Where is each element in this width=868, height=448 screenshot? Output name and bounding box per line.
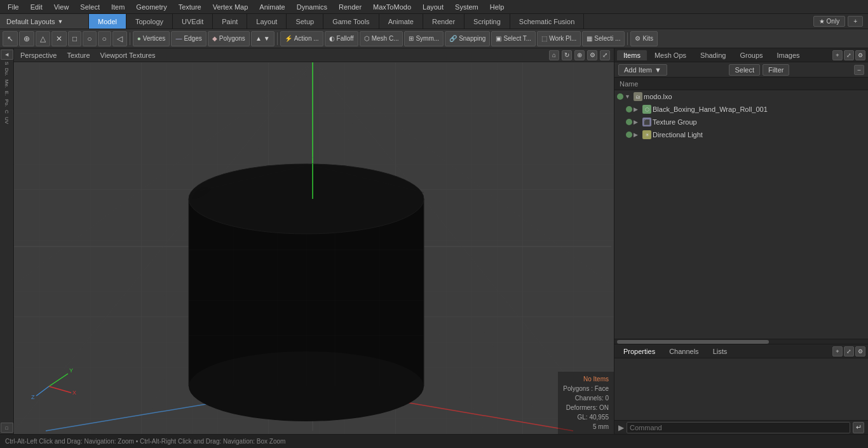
props-tab-lists[interactable]: Lists: [707, 346, 734, 356]
items-filter-button[interactable]: Filter: [763, 64, 789, 76]
expand-icon[interactable]: ▼: [625, 93, 632, 100]
command-input[interactable]: [627, 422, 850, 433]
vp-tab-viewport-textures[interactable]: Viewport Textures: [98, 50, 158, 60]
viewport-orbit-btn[interactable]: ↻: [562, 50, 572, 60]
expand-icon[interactable]: ▶: [634, 132, 641, 138]
command-go-button[interactable]: ↵: [853, 422, 864, 433]
toolbar-vertices-btn[interactable]: ● Vertices: [133, 31, 170, 46]
menu-item[interactable]: Item: [106, 2, 130, 12]
menu-edit[interactable]: Edit: [25, 2, 48, 12]
sidebar-bottom-btn[interactable]: □: [1, 423, 13, 433]
add-item-button[interactable]: Add Item ▼: [618, 64, 667, 76]
sidebar-uv-label[interactable]: UV: [4, 116, 10, 125]
menu-maxtomodo[interactable]: MaxToModo: [368, 2, 416, 12]
layout-star-btn[interactable]: ★ Only: [813, 16, 845, 27]
viewport-settings-btn[interactable]: ⚙: [587, 50, 597, 60]
expand-icon[interactable]: ▶: [634, 106, 641, 112]
props-tab-properties[interactable]: Properties: [617, 346, 661, 356]
vp-tab-perspective[interactable]: Perspective: [18, 50, 59, 60]
layout-tab-paint[interactable]: Paint: [213, 14, 247, 29]
menu-animate[interactable]: Animate: [254, 2, 290, 12]
viewport[interactable]: Perspective Texture Viewport Textures ⌂ …: [14, 48, 614, 434]
toolbar-paint-btn[interactable]: ○: [98, 31, 111, 46]
sidebar-collapse-btn[interactable]: ◀: [1, 50, 13, 60]
layout-tab-layout[interactable]: Layout: [247, 14, 287, 29]
layout-tab-scripting[interactable]: Scripting: [465, 14, 510, 29]
layout-tab-uvedit[interactable]: UVEdit: [173, 14, 213, 29]
props-add-tab-btn[interactable]: +: [832, 346, 843, 356]
menu-select[interactable]: Select: [75, 2, 105, 12]
viewport-home-btn[interactable]: ⌂: [549, 50, 559, 60]
visibility-dot[interactable]: [617, 93, 623, 100]
menu-vertexmap[interactable]: Vertex Map: [208, 2, 254, 12]
toolbar-mesh-btn[interactable]: ⬡ Mesh C...: [360, 31, 403, 46]
menu-render[interactable]: Render: [334, 2, 367, 12]
visibility-dot[interactable]: [626, 106, 632, 112]
toolbar-sphere-btn[interactable]: ○: [83, 31, 96, 46]
menu-file[interactable]: File: [3, 2, 24, 12]
toolbar-back-btn[interactable]: ◁: [112, 31, 127, 46]
panel-tab-meshops[interactable]: Mesh Ops: [648, 50, 693, 60]
list-item[interactable]: ▶ ⬛ Texture Group: [623, 116, 868, 128]
menu-dynamics[interactable]: Dynamics: [292, 2, 332, 12]
menu-view[interactable]: View: [49, 2, 74, 12]
toolbar-box-btn[interactable]: □: [68, 31, 81, 46]
sidebar-mesh-label[interactable]: Me.: [4, 78, 10, 89]
viewport-expand-btn[interactable]: ⤢: [600, 50, 610, 60]
panel-tab-items[interactable]: Items: [617, 50, 647, 60]
toolbar-polygons-btn[interactable]: ◆ Polygons: [208, 31, 250, 46]
layout-tab-animate[interactable]: Animate: [379, 14, 423, 29]
items-select-button[interactable]: Select: [729, 64, 760, 76]
menu-layout[interactable]: Layout: [417, 2, 449, 12]
layout-tab-gametools[interactable]: Game Tools: [323, 14, 379, 29]
toolbar-selectt-btn[interactable]: ▣ Select T...: [491, 31, 536, 46]
toolbar-edges-btn[interactable]: — Edges: [171, 31, 206, 46]
toolbar-mode-dropdown[interactable]: ▲ ▼: [251, 31, 275, 46]
items-scrollbar-area[interactable]: [614, 339, 868, 344]
toolbar-symm-btn[interactable]: ⊞ Symm...: [404, 31, 444, 46]
panel-tab-images[interactable]: Images: [771, 50, 806, 60]
toolbar-action-btn[interactable]: ⚡ Action ...: [280, 31, 323, 46]
sidebar-c-label[interactable]: C: [4, 109, 10, 115]
vp-tab-texture[interactable]: Texture: [64, 50, 92, 60]
items-minus-btn[interactable]: –: [854, 65, 864, 75]
toolbar-lasso-btn[interactable]: △: [36, 31, 50, 46]
items-list[interactable]: ▼ 🗂 modo.lxo ▶ ⬡ Black_Boxing_Hand_Wrap_…: [614, 90, 868, 339]
props-tab-channels[interactable]: Channels: [663, 346, 705, 356]
list-item[interactable]: ▶ ⬡ Black_Boxing_Hand_Wrap_Roll_001: [623, 103, 868, 116]
props-expand-btn[interactable]: ⤢: [844, 346, 854, 356]
toolbar-circle-btn[interactable]: ⊕: [19, 31, 34, 46]
toolbar-cross-btn[interactable]: ✕: [51, 31, 67, 46]
menu-geometry[interactable]: Geometry: [131, 2, 172, 12]
panel-add-tab-btn[interactable]: +: [832, 50, 843, 60]
panel-options-btn[interactable]: ⚙: [855, 50, 865, 60]
viewport-zoom-btn[interactable]: ⊕: [574, 50, 585, 60]
props-options-btn[interactable]: ⚙: [855, 346, 865, 356]
visibility-dot[interactable]: [626, 119, 632, 125]
command-arrow[interactable]: ▶: [618, 423, 624, 432]
list-item[interactable]: ▶ ☀ Directional Light: [623, 128, 868, 141]
expand-icon[interactable]: ▶: [634, 119, 641, 125]
viewport-canvas[interactable]: Y X Z No Items Polygons : Face Channels:…: [14, 62, 614, 434]
toolbar-kits-btn[interactable]: ⚙ Kits: [630, 31, 658, 46]
visibility-dot[interactable]: [626, 132, 632, 138]
toolbar-workplane-btn[interactable]: ⬚ Work Pl...: [537, 31, 581, 46]
layout-dropdown[interactable]: Default Layouts ▼: [0, 14, 89, 29]
layout-tab-model[interactable]: Model: [89, 14, 126, 29]
layout-tab-topology[interactable]: Topology: [126, 14, 173, 29]
toolbar-transform-btn[interactable]: ↖: [3, 31, 18, 46]
layout-tab-render[interactable]: Render: [423, 14, 465, 29]
toolbar-selecti-btn[interactable]: ▦ Selecti ...: [582, 31, 625, 46]
panel-tab-groups[interactable]: Groups: [733, 50, 769, 60]
panel-tab-shading[interactable]: Shading: [694, 50, 732, 60]
list-item[interactable]: ▼ 🗂 modo.lxo: [614, 90, 868, 103]
sidebar-sel-label[interactable]: S: [4, 60, 10, 66]
menu-texture[interactable]: Texture: [173, 2, 207, 12]
layout-tab-schematic[interactable]: Schematic Fusion: [510, 14, 584, 29]
sidebar-edge-label[interactable]: E.: [4, 90, 10, 97]
toolbar-snapping-btn[interactable]: 🔗 Snapping: [445, 31, 490, 46]
menu-system[interactable]: System: [450, 2, 484, 12]
sidebar-poly-label[interactable]: Po.: [4, 98, 10, 108]
layout-add-btn[interactable]: +: [848, 16, 863, 27]
panel-expand-btn[interactable]: ⤢: [844, 50, 854, 60]
